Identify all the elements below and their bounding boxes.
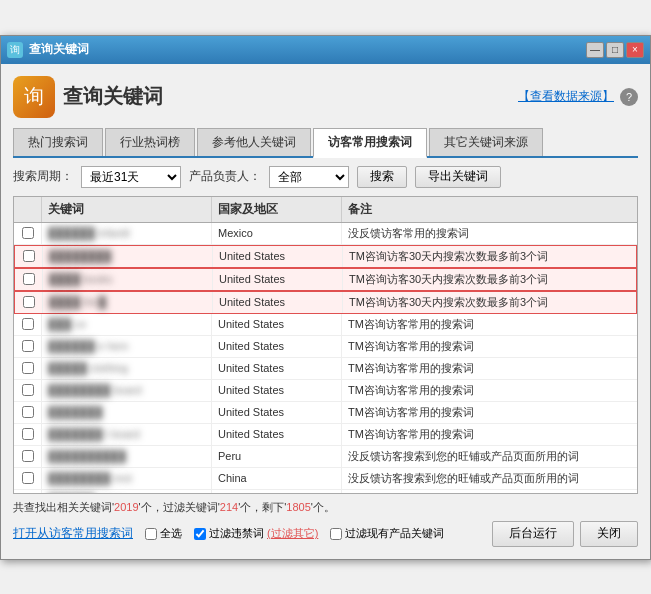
table-row: ██████ e hem United States TM咨询访客常用的搜索词 <box>14 336 637 358</box>
tab-hot-search[interactable]: 热门搜索词 <box>13 128 103 156</box>
main-window: 询 查询关键词 — □ × 询 查询关键词 【查看数据来源】 ? <box>0 35 651 560</box>
table-row: ███████ t board United States TM咨询访客常用的搜… <box>14 424 637 446</box>
summary-text: 共查找出相关关键词'2019'个，过滤关键词'214'个，剩下'1805'个。 <box>13 500 638 515</box>
col-country: 国家及地区 <box>212 197 342 222</box>
table-row: ████████ United States TM咨询访客30天内搜索次数最多前… <box>14 245 637 268</box>
content-area: 询 查询关键词 【查看数据来源】 ? 热门搜索词 行业热词榜 参考他人关键词 访… <box>1 64 650 559</box>
country-cell: Australia <box>212 490 342 493</box>
table-row: ████████ rest China 没反馈访客搜索到您的旺铺或产品页面所用的… <box>14 468 637 490</box>
row-checkbox-cell <box>14 402 42 423</box>
row-checkbox[interactable] <box>22 406 34 418</box>
row-checkbox[interactable] <box>22 428 34 440</box>
table-row: ████████ board United States TM咨询访客常用的搜索… <box>14 380 637 402</box>
row-checkbox-cell <box>14 446 42 467</box>
keyword-cell: ███ ce <box>42 314 212 335</box>
row-checkbox-cell <box>14 380 42 401</box>
row-checkbox-cell <box>15 246 43 267</box>
note-cell: TM咨询访客30天内搜索次数最多前3个词 <box>343 292 636 313</box>
row-checkbox-cell <box>14 424 42 445</box>
table-row: █████ clothing United States TM咨询访客常用的搜索… <box>14 358 637 380</box>
country-cell: United States <box>212 358 342 379</box>
country-cell: China <box>212 468 342 489</box>
table-row: ████ books United States TM咨询访客30天内搜索次数最… <box>14 268 637 291</box>
keywords-table: 关键词 国家及地区 备注 ██████ infantil Mexico 没反馈访… <box>13 196 638 494</box>
manager-label: 产品负责人： <box>189 168 261 185</box>
row-checkbox[interactable] <box>23 296 35 308</box>
period-select[interactable]: 最近31天 <box>81 166 181 188</box>
tab-others-keywords[interactable]: 参考他人关键词 <box>197 128 311 156</box>
row-checkbox[interactable] <box>22 384 34 396</box>
bottom-row: 打开从访客常用搜索词 全选 过滤违禁词 (过滤其它) 过滤现有产品关键词 后台运… <box>13 521 638 547</box>
bottom-right: 后台运行 关闭 <box>492 521 638 547</box>
country-cell: Mexico <box>212 223 342 244</box>
keyword-cell: ███████ <box>42 402 212 423</box>
row-checkbox[interactable] <box>23 273 35 285</box>
col-checkbox <box>14 197 42 222</box>
tab-industry-hot[interactable]: 行业热词榜 <box>105 128 195 156</box>
search-button[interactable]: 搜索 <box>357 166 407 188</box>
data-source-link[interactable]: 【查看数据来源】 <box>518 88 614 105</box>
table-row: ██████ infantil Mexico 没反馈访客常用的搜索词 <box>14 223 637 245</box>
tab-other-sources[interactable]: 其它关键词来源 <box>429 128 543 156</box>
export-button[interactable]: 导出关键词 <box>415 166 501 188</box>
filter-row: 搜索周期： 最近31天 产品负责人： 全部 搜索 导出关键词 <box>13 166 638 188</box>
row-checkbox-cell <box>14 223 42 244</box>
page-title: 查询关键词 <box>63 83 163 110</box>
row-checkbox[interactable] <box>22 318 34 330</box>
title-bar: 询 查询关键词 — □ × <box>1 36 650 64</box>
minimize-button[interactable]: — <box>586 42 604 58</box>
keyword-cell: █████ clothing <box>42 358 212 379</box>
keyword-cell: ███████ t board <box>42 424 212 445</box>
country-cell: Peru <box>212 446 342 467</box>
visitor-search-link[interactable]: 打开从访客常用搜索词 <box>13 525 133 542</box>
country-cell: United States <box>212 402 342 423</box>
row-checkbox[interactable] <box>22 340 34 352</box>
title-bar-left: 询 查询关键词 <box>7 41 89 58</box>
run-background-button[interactable]: 后台运行 <box>492 521 574 547</box>
row-checkbox-cell <box>14 468 42 489</box>
note-cell: TM咨询访客常用的搜索词 <box>342 424 637 445</box>
tab-visitor-search[interactable]: 访客常用搜索词 <box>313 128 427 158</box>
note-cell: TM咨询访客30天内搜索次数最多前3个词 <box>343 269 636 290</box>
filter-products-checkbox[interactable] <box>330 528 342 540</box>
header-row: 询 查询关键词 【查看数据来源】 ? <box>13 76 638 118</box>
row-checkbox-cell <box>14 358 42 379</box>
keyword-cell: ████████ <box>43 246 213 267</box>
row-checkbox[interactable] <box>23 250 35 262</box>
check-all-checkbox[interactable] <box>145 528 157 540</box>
table-row: ██████ : toys Australia 没反馈访客搜索到您的旺铺或产品页… <box>14 490 637 493</box>
filter-link[interactable]: (过滤其它) <box>267 526 318 541</box>
row-checkbox[interactable] <box>22 362 34 374</box>
bottom-left: 打开从访客常用搜索词 全选 过滤违禁词 (过滤其它) 过滤现有产品关键词 <box>13 525 444 542</box>
help-button[interactable]: ? <box>620 88 638 106</box>
note-cell: 没反馈访客搜索到您的旺铺或产品页面所用的词 <box>342 446 637 467</box>
close-window-button[interactable]: × <box>626 42 644 58</box>
note-cell: TM咨询访客常用的搜索词 <box>342 336 637 357</box>
note-cell: TM咨询访客常用的搜索词 <box>342 358 637 379</box>
keyword-cell: ██████ infantil <box>42 223 212 244</box>
header-left: 询 查询关键词 <box>13 76 163 118</box>
table-row: ███ ce United States TM咨询访客常用的搜索词 <box>14 314 637 336</box>
table-row: ████ thir█ United States TM咨询访客30天内搜索次数最… <box>14 291 637 314</box>
keyword-cell: ██████ : toys <box>42 490 212 493</box>
row-checkbox[interactable] <box>22 450 34 462</box>
table-row: ██████████ Peru 没反馈访客搜索到您的旺铺或产品页面所用的词 <box>14 446 637 468</box>
keyword-cell: ████████ board <box>42 380 212 401</box>
row-checkbox[interactable] <box>22 227 34 239</box>
period-label: 搜索周期： <box>13 168 73 185</box>
manager-select[interactable]: 全部 <box>269 166 349 188</box>
col-keyword: 关键词 <box>42 197 212 222</box>
logo-icon: 询 <box>24 83 44 110</box>
note-cell: TM咨询访客常用的搜索词 <box>342 402 637 423</box>
country-cell: United States <box>213 246 343 267</box>
close-button[interactable]: 关闭 <box>580 521 638 547</box>
maximize-button[interactable]: □ <box>606 42 624 58</box>
tab-bar: 热门搜索词 行业热词榜 参考他人关键词 访客常用搜索词 其它关键词来源 <box>13 128 638 158</box>
country-cell: United States <box>212 380 342 401</box>
filter-forbidden-checkbox[interactable] <box>194 528 206 540</box>
note-cell: 没反馈访客常用的搜索词 <box>342 223 637 244</box>
country-cell: United States <box>212 314 342 335</box>
note-cell: TM咨询访客常用的搜索词 <box>342 314 637 335</box>
table-body: ██████ infantil Mexico 没反馈访客常用的搜索词 █████… <box>14 223 637 493</box>
row-checkbox[interactable] <box>22 472 34 484</box>
